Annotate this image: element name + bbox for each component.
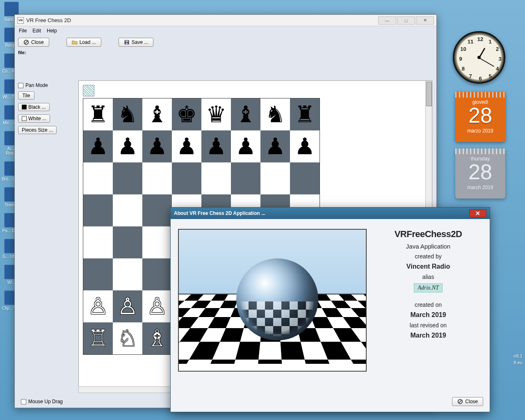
- mouse-up-drag-label: Mouse Up Drag: [28, 399, 63, 404]
- about-subtitle: Java Application: [374, 243, 482, 250]
- about-info: VRFreeChess2D Java Application created b…: [374, 229, 482, 372]
- board-square[interactable]: ♖: [83, 322, 113, 354]
- board-square[interactable]: ♘: [113, 322, 142, 354]
- minute-hand: [479, 57, 494, 67]
- created-on-value: March 2019: [374, 311, 482, 319]
- black-pawn-icon: ♟: [235, 135, 256, 158]
- black-rook-icon: ♜: [294, 103, 315, 126]
- clock-number: 7: [469, 73, 472, 79]
- white-swatch-icon: [22, 116, 27, 121]
- black-color-button[interactable]: Black ...: [18, 103, 50, 111]
- black-pawn-icon: ♟: [206, 135, 226, 158]
- board-square[interactable]: ♙: [113, 290, 142, 322]
- board-square[interactable]: ♟: [260, 130, 290, 162]
- pan-mode-label: Pan Mode: [25, 82, 48, 88]
- white-color-button[interactable]: White ...: [18, 114, 50, 123]
- clock-number: 10: [460, 46, 466, 52]
- about-close-label: Close: [465, 399, 478, 404]
- board-square[interactable]: ♜: [83, 98, 113, 130]
- board-square[interactable]: [142, 226, 172, 258]
- clock-number: 6: [479, 75, 482, 82]
- black-swatch-icon: [22, 105, 27, 110]
- menu-edit[interactable]: Edit: [30, 27, 43, 34]
- board-square[interactable]: ♗: [142, 322, 172, 354]
- menu-file[interactable]: File: [16, 27, 29, 34]
- save-button[interactable]: Save ...: [119, 38, 154, 47]
- clock-gadget[interactable]: 121234567891011: [453, 31, 505, 84]
- calendar2-day: 28: [455, 162, 505, 182]
- board-square[interactable]: [142, 194, 172, 226]
- board-square[interactable]: [83, 226, 113, 258]
- about-titlebar[interactable]: About VR Free Chess 2D Application ... ✕: [171, 208, 490, 219]
- load-button[interactable]: Load ...: [66, 38, 101, 47]
- window-title: VR Free Chess 2D: [26, 17, 376, 23]
- desktop-text-b: 8.eu: [514, 360, 523, 365]
- revised-on-value: March 2019: [374, 332, 482, 339]
- board-square[interactable]: [142, 162, 172, 194]
- svg-line-1: [25, 41, 28, 44]
- menu-help[interactable]: Help: [44, 27, 59, 34]
- clock-number: 8: [462, 66, 465, 72]
- clock-number: 9: [459, 56, 462, 62]
- black-knight-icon: ♞: [265, 103, 285, 126]
- board-square[interactable]: ♟: [231, 130, 260, 162]
- board-square[interactable]: ♟: [142, 130, 172, 162]
- board-square[interactable]: [113, 194, 142, 226]
- about-dialog: About VR Free Chess 2D Application ... ✕…: [170, 207, 490, 412]
- about-close-x-button[interactable]: ✕: [469, 209, 486, 217]
- clock-number: 2: [496, 46, 499, 52]
- board-square[interactable]: ♝: [142, 98, 172, 130]
- titlebar[interactable]: VR VR Free Chess 2D — □ ✕: [15, 15, 436, 26]
- about-alias: Adrix.NT: [414, 283, 443, 292]
- board-square[interactable]: ♟: [201, 130, 231, 162]
- clock-number: 5: [488, 73, 491, 79]
- black-pawn-icon: ♟: [294, 135, 315, 158]
- board-square[interactable]: [201, 162, 231, 194]
- board-square[interactable]: [231, 162, 260, 194]
- clock-number: 11: [468, 39, 473, 45]
- minimize-button[interactable]: —: [378, 16, 396, 25]
- pan-mode-checkbox[interactable]: Pan Mode: [18, 82, 71, 88]
- board-square[interactable]: [142, 258, 172, 290]
- board-square[interactable]: ♟: [290, 130, 320, 162]
- board-square[interactable]: [113, 162, 142, 194]
- board-square[interactable]: ♙: [142, 290, 172, 322]
- close-button[interactable]: Close: [18, 38, 49, 47]
- board-square[interactable]: ♞: [113, 98, 142, 130]
- board-square[interactable]: ♟: [172, 130, 201, 162]
- board-square[interactable]: ♟: [83, 130, 113, 162]
- maximize-button[interactable]: □: [397, 16, 415, 25]
- side-controls: Pan Mode Tile Black ... White ... Pieces…: [18, 82, 71, 134]
- board-square[interactable]: [113, 226, 142, 258]
- white-knight-icon: ♘: [117, 327, 138, 350]
- board-square[interactable]: [172, 162, 201, 194]
- tile-button[interactable]: Tile: [18, 91, 34, 100]
- calendar-gadget-en[interactable]: thursday 28 march 2019: [455, 148, 505, 199]
- calendar-gadget-it[interactable]: giovedì 28 marzo 2019: [455, 92, 505, 142]
- board-square[interactable]: [260, 162, 290, 194]
- close-label: Close: [31, 39, 44, 45]
- board-square[interactable]: [83, 258, 113, 290]
- clock-number: 12: [477, 36, 483, 42]
- board-square[interactable]: ♛: [201, 98, 231, 130]
- board-square[interactable]: [83, 194, 113, 226]
- mouse-up-drag-checkbox[interactable]: Mouse Up Drag: [21, 399, 63, 404]
- board-square[interactable]: [113, 258, 142, 290]
- cancel-icon: [23, 39, 29, 45]
- svg-rect-4: [126, 43, 128, 44]
- about-image: [178, 229, 367, 372]
- board-square[interactable]: ♚: [172, 98, 201, 130]
- menubar: File Edit Help: [15, 26, 436, 35]
- about-close-button[interactable]: Close: [452, 397, 483, 406]
- board-square[interactable]: [290, 162, 320, 194]
- close-window-button[interactable]: ✕: [416, 16, 434, 25]
- board-square[interactable]: ♙: [83, 290, 113, 322]
- board-square[interactable]: [83, 162, 113, 194]
- board-square[interactable]: ♝: [231, 98, 260, 130]
- black-knight-icon: ♞: [117, 103, 138, 126]
- board-square[interactable]: ♜: [290, 98, 320, 130]
- clock-number: 1: [488, 39, 491, 45]
- pieces-size-button[interactable]: Pieces Size ...: [18, 126, 57, 134]
- board-square[interactable]: ♟: [113, 130, 142, 162]
- board-square[interactable]: ♞: [260, 98, 290, 130]
